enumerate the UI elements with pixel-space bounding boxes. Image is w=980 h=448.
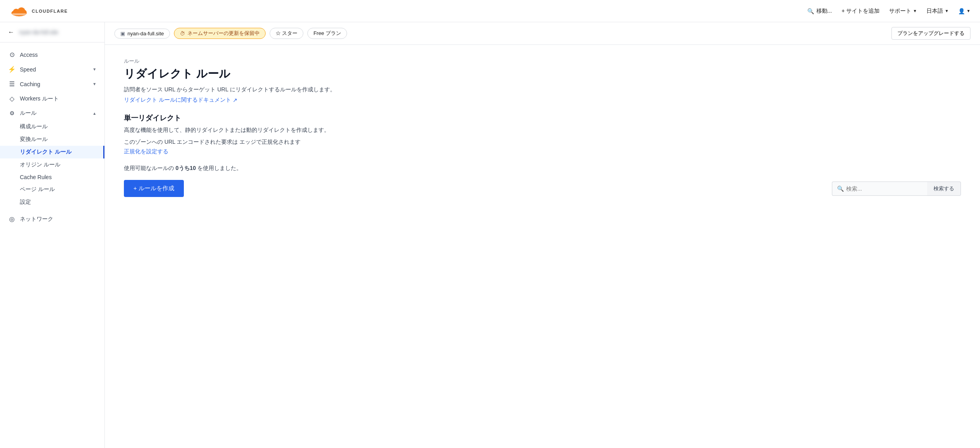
speed-arrow-icon: ▼ (93, 67, 96, 71)
caching-arrow-icon: ▼ (93, 82, 96, 86)
support-label: サポート (889, 8, 911, 15)
search-input[interactable] (846, 185, 922, 192)
cloudflare-logo-text: CLOUDFLARE (32, 9, 68, 14)
plan-badge[interactable]: Free プラン (307, 28, 347, 39)
access-icon: ⊙ (8, 51, 16, 58)
sidebar-item-rules-label: ルール (20, 110, 37, 117)
plan-badge-label: Free プラン (313, 30, 341, 37)
speed-icon: ⚡ (8, 66, 16, 73)
sidebar-item-access-label: Access (20, 52, 38, 58)
nav-actions: 🔍 移動... + サイトを追加 サポート ▼ 日本語 ▼ 👤 ▼ (807, 8, 970, 15)
sidebar-subitem-page-rules-label: ページ ルール (20, 186, 55, 193)
sidebar-subitem-cache-rules[interactable]: Cache Rules (0, 171, 104, 183)
sidebar-item-workers-label: Workers ルート (20, 95, 59, 102)
sidebar-subitem-origin-rules[interactable]: オリジン ルール (0, 158, 104, 171)
site-bar: ← nyan-da-full.site (0, 22, 104, 42)
sidebar-item-network[interactable]: ◎ ネットワーク (0, 212, 104, 226)
normalize-notice: このゾーンへの URL エンコードされた要求は エッジで正規化されます (124, 139, 961, 146)
create-rule-button[interactable]: + ルールを作成 (124, 180, 184, 197)
rules-arrow-icon: ▲ (93, 111, 96, 116)
sidebar-nav: ⊙ Access ⚡ Speed ▼ ☰ Caching ▼ ◇ Workers… (0, 42, 104, 231)
section-title: 単一リダイレクト (124, 113, 961, 123)
sidebar-item-caching-label: Caching (20, 81, 40, 87)
search-button[interactable]: 検索する (927, 182, 961, 196)
doc-link[interactable]: リダイレクト ルールに関するドキュメント ↗ (124, 97, 237, 104)
logo-area: CLOUDFLARE (10, 5, 68, 17)
main-content: ルール リダイレクト ルール 訪問者をソース URL からターゲット URL に… (105, 45, 980, 448)
account-chevron-icon: ▼ (966, 9, 970, 13)
bottom-bar: + ルールを作成 🔍 検索する (124, 180, 961, 197)
sidebar-item-speed-label: Speed (20, 66, 36, 73)
sidebar-subitem-redirect-rules-label: リダイレクト ルール (20, 149, 71, 156)
breadcrumb: ルール (124, 58, 961, 65)
search-nav-button[interactable]: 🔍 移動... (807, 8, 832, 15)
add-site-label: + サイトを追加 (841, 8, 880, 15)
site-name-blurred: nyan-da-full.site (19, 29, 58, 35)
upgrade-button[interactable]: プランをアップグレードする (891, 27, 970, 40)
sidebar-item-network-label: ネットワーク (20, 216, 53, 223)
language-chevron-icon: ▼ (945, 9, 949, 13)
sidebar-item-workers[interactable]: ◇ Workers ルート (0, 91, 104, 106)
site-badge-icon: ▣ (120, 31, 125, 37)
pending-badge-label: ネームサーバーの更新を保留中 (187, 30, 260, 37)
search-button-label: 検索する (934, 185, 954, 191)
sidebar-item-speed[interactable]: ⚡ Speed ▼ (0, 62, 104, 77)
sidebar-subitem-redirect-rules[interactable]: リダイレクト ルール (0, 146, 104, 158)
sidebar-subitem-origin-rules-label: オリジン ルール (20, 161, 60, 168)
rules-used-notice: 使用可能なルールの 0うち10 を使用しました。 (124, 165, 961, 172)
workers-icon: ◇ (8, 95, 16, 102)
support-chevron-icon: ▼ (913, 9, 917, 13)
site-badges-bar: ▣ nyan-da-full.site ⏱ ネームサーバーの更新を保留中 ☆ ス… (105, 22, 980, 45)
sidebar-item-access[interactable]: ⊙ Access (0, 47, 104, 62)
pending-badge: ⏱ ネームサーバーの更新を保留中 (174, 28, 266, 39)
language-dropdown[interactable]: 日本語 ▼ (926, 8, 949, 15)
doc-link-text: リダイレクト ルールに関するドキュメント (124, 97, 231, 104)
create-rule-button-label: + ルールを作成 (133, 185, 174, 192)
sidebar-subitem-transform-rules[interactable]: 変換ルール (0, 133, 104, 146)
sidebar-subitem-transform-rules-label: 変換ルール (20, 136, 48, 143)
section-description: 高度な機能を使用して、静的リダイレクトまたは動的リダイレクトを作成します。 (124, 127, 961, 134)
search-nav-icon: 🔍 (807, 8, 814, 14)
add-site-button[interactable]: + サイトを追加 (841, 8, 880, 15)
cloudflare-logo-icon (10, 5, 29, 17)
account-dropdown[interactable]: 👤 ▼ (958, 8, 970, 14)
upgrade-button-label: プランをアップグレードする (897, 30, 965, 36)
rules-used-prefix: 使用可能なルールの (124, 165, 176, 171)
app-wrapper: ← nyan-da-full.site ⊙ Access ⚡ Speed ▼ ☰… (0, 22, 980, 448)
sidebar-subitem-settings-label: 設定 (20, 199, 31, 206)
right-panel: ▣ nyan-da-full.site ⏱ ネームサーバーの更新を保留中 ☆ ス… (105, 22, 980, 448)
rules-icon: ⚙ (8, 110, 16, 116)
svg-rect-4 (12, 13, 26, 15)
sidebar-subitem-page-rules[interactable]: ページ ルール (0, 183, 104, 196)
language-label: 日本語 (926, 8, 943, 15)
sidebar-subitem-settings[interactable]: 設定 (0, 196, 104, 209)
doc-link-external-icon: ↗ (233, 97, 237, 103)
back-button[interactable]: ← (8, 29, 14, 36)
sidebar-subitem-cache-rules-label: Cache Rules (20, 174, 52, 180)
rules-used-suffix: を使用しました。 (196, 165, 242, 171)
star-badge-label: ☆ スター (276, 30, 298, 37)
network-icon: ◎ (8, 215, 16, 223)
sidebar-item-caching[interactable]: ☰ Caching ▼ (0, 77, 104, 91)
site-badge[interactable]: ▣ nyan-da-full.site (114, 29, 170, 39)
top-navigation: CLOUDFLARE 🔍 移動... + サイトを追加 サポート ▼ 日本語 ▼… (0, 0, 980, 22)
search-icon: 🔍 (837, 185, 844, 192)
sidebar: ← nyan-da-full.site ⊙ Access ⚡ Speed ▼ ☰… (0, 22, 105, 448)
support-dropdown[interactable]: サポート ▼ (889, 8, 917, 15)
star-badge[interactable]: ☆ スター (270, 28, 304, 39)
sidebar-subitem-config-rules[interactable]: 構成ルール (0, 120, 104, 133)
search-area: 🔍 検索する (832, 182, 961, 196)
page-description: 訪問者をソース URL からターゲット URL にリダイレクトするルールを作成し… (124, 86, 961, 93)
sidebar-item-rules[interactable]: ⚙ ルール ▲ (0, 106, 104, 120)
sidebar-subitem-config-rules-label: 構成ルール (20, 123, 48, 130)
site-badge-label: nyan-da-full.site (127, 31, 164, 37)
account-icon: 👤 (958, 8, 965, 14)
search-nav-label: 移動... (816, 8, 832, 15)
pending-icon: ⏱ (180, 31, 185, 37)
rules-used-count: 0うち10 (176, 165, 196, 171)
normalize-link[interactable]: 正規化を設定する (124, 148, 168, 155)
normalize-notice-text: このゾーンへの URL エンコードされた要求は エッジで正規化されます (124, 139, 301, 145)
page-title: リダイレクト ルール (124, 66, 961, 81)
search-input-wrap: 🔍 (832, 182, 927, 196)
caching-icon: ☰ (8, 80, 16, 88)
